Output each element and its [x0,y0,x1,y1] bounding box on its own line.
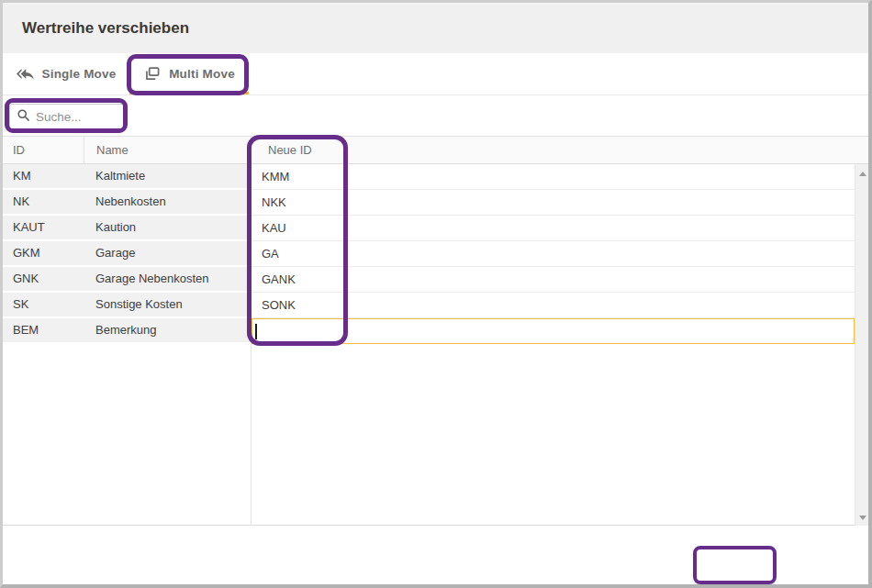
search-box[interactable] [9,104,125,130]
data-grid: ID Name Neue ID KM Kaltmiete KMM NK Nebe… [3,136,868,526]
scroll-up-arrow-icon [859,172,866,176]
row-left-cells: KAUT Kaution [3,216,251,239]
cell-id: NK [3,190,84,214]
cell-neue-id[interactable]: NKK [252,190,855,216]
search-row [3,95,868,136]
row-left-cells: SK Sonstige Kosten [3,293,251,316]
cell-name: Nebenkosten [84,190,166,214]
tab-bar: Single Move Multi Move [3,53,868,95]
table-body: KM Kaltmiete KMM NK Nebenkosten NKK KAUT… [3,164,855,344]
scroll-down-button[interactable] [855,510,869,525]
row-left-cells: BEM Bemerkung [3,318,251,342]
search-input[interactable] [36,110,115,124]
tab-single-move-label: Single Move [42,67,117,81]
active-tab-indicator [129,92,249,94]
reply-all-icon [17,65,34,83]
row-left-cells: GNK Garage Nebenkosten [3,267,251,291]
row-left-cells: NK Nebenkosten [3,190,251,214]
table-row[interactable]: GNK Garage Nebenkosten GANK [3,267,855,293]
screen: Wertreihe verschieben Single Move [0,0,872,588]
cell-neue-id[interactable]: GA [252,241,855,267]
cell-id: KM [3,164,84,188]
cell-name: Kaution [84,216,136,239]
cell-id: SK [3,293,84,316]
table-row[interactable]: BEM Bemerkung [3,318,855,344]
cell-neue-id[interactable]: KMM [252,164,855,190]
vertical-scrollbar[interactable] [855,164,868,527]
wertreihe-verschieben-dialog: Wertreihe verschieben Single Move [0,0,872,588]
cell-neue-id[interactable]: KAU [252,216,855,241]
cell-name: Bemerkung [84,318,156,342]
cell-neue-id[interactable] [252,318,855,344]
table-row[interactable]: KAUT Kaution KAU [3,216,855,241]
cell-name: Garage [84,241,135,265]
table-row[interactable]: SK Sonstige Kosten SONK [3,293,855,318]
cell-id: BEM [3,318,84,342]
column-header-id[interactable]: ID [3,137,84,163]
cell-id: KAUT [3,216,84,239]
copy-pages-icon [143,65,161,83]
dialog-title: Wertreihe verschieben [22,3,189,53]
search-icon [17,108,30,126]
cell-neue-id[interactable]: SONK [252,293,855,318]
row-left-cells: KM Kaltmiete [3,164,251,188]
column-header-neue-id[interactable]: Neue ID [251,137,434,163]
tab-single-move[interactable]: Single Move [3,53,129,94]
table-row[interactable]: KM Kaltmiete KMM [3,164,855,190]
tab-multi-move-label: Multi Move [169,67,235,81]
text-cursor [255,324,257,339]
cell-name: Kaltmiete [84,164,145,188]
tab-multi-move[interactable]: Multi Move [129,53,249,94]
scroll-up-button[interactable] [855,166,869,181]
grid-header-row: ID Name Neue ID [3,137,868,164]
cell-id: GNK [3,267,84,291]
dialog-footer: Anwenden Abbrechen [3,526,868,584]
dialog-titlebar: Wertreihe verschieben [3,3,868,53]
table-row[interactable]: NK Nebenkosten NKK [3,190,855,216]
cell-name: Garage Nebenkosten [84,267,209,291]
table-row[interactable]: GKM Garage GA [3,241,855,267]
row-left-cells: GKM Garage [3,241,251,265]
cell-name: Sonstige Kosten [84,293,183,316]
cell-id: GKM [3,241,84,265]
cell-neue-id[interactable]: GANK [252,267,855,293]
scroll-down-arrow-icon [859,516,866,520]
column-header-name[interactable]: Name [84,137,251,163]
